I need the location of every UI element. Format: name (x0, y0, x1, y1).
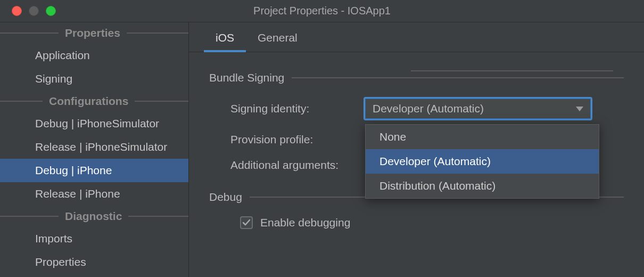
provision-profile-label: Provision profile: (209, 133, 364, 146)
minimize-window-button[interactable] (29, 6, 39, 16)
signing-identity-dropdown: None Developer (Automatic) Distribution … (365, 124, 599, 199)
identity-option-none[interactable]: None (366, 125, 599, 149)
signing-identity-row: Signing identity: Developer (Automatic) … (209, 97, 624, 120)
debug-legend: Debug (209, 191, 250, 203)
window-controls (0, 6, 56, 16)
bundle-signing-fieldset: Bundle Signing Signing identity: Develop… (209, 71, 624, 172)
enable-debugging-label[interactable]: Enable debugging (260, 216, 350, 229)
tab-ios[interactable]: iOS (204, 31, 246, 52)
signing-identity-label: Signing identity: (209, 102, 364, 115)
enable-debugging-row: Enable debugging (209, 216, 624, 229)
identity-option-distribution[interactable]: Distribution (Automatic) (366, 174, 599, 198)
sidebar-item-imports[interactable]: Imports (0, 227, 188, 250)
sidebar: Properties Application Signing Configura… (0, 22, 189, 277)
sidebar-item-signing[interactable]: Signing (0, 67, 188, 91)
signing-identity-combo[interactable]: Developer (Automatic) None Developer (Au… (364, 97, 592, 120)
sidebar-item-release-simulator[interactable]: Release | iPhoneSimulator (0, 135, 188, 159)
zoom-window-button[interactable] (46, 6, 56, 16)
signing-identity-value: Developer (Automatic) (373, 102, 484, 115)
bundle-signing-legend: Bundle Signing (209, 71, 292, 84)
close-window-button[interactable] (12, 6, 22, 16)
main-area: Properties Application Signing Configura… (0, 22, 644, 277)
titlebar[interactable]: Project Properties - IOSApp1 (0, 0, 644, 22)
check-icon (242, 218, 251, 227)
tab-bar: iOS General (189, 22, 644, 52)
sidebar-group-configurations: Configurations (0, 91, 188, 112)
sidebar-item-debug-simulator[interactable]: Debug | iPhoneSimulator (0, 112, 188, 135)
additional-arguments-label: Additional arguments: (209, 159, 338, 172)
decorative-line-icon (411, 70, 613, 71)
sidebar-group-diagnostic: Diagnostic (0, 206, 188, 227)
window-title: Project Properties - IOSApp1 (253, 5, 391, 17)
sidebar-item-debug-iphone[interactable]: Debug | iPhone (0, 159, 188, 182)
identity-option-developer[interactable]: Developer (Automatic) (366, 149, 599, 174)
sidebar-item-properties[interactable]: Properties (0, 250, 188, 274)
content-panel: iOS General Bundle Signing Signing ident… (189, 22, 644, 277)
tab-general[interactable]: General (246, 31, 309, 52)
sidebar-item-release-iphone[interactable]: Release | iPhone (0, 182, 188, 206)
sidebar-group-properties: Properties (0, 22, 188, 44)
chevron-down-icon (576, 107, 583, 111)
sidebar-item-application[interactable]: Application (0, 44, 188, 67)
enable-debugging-checkbox[interactable] (240, 216, 253, 229)
